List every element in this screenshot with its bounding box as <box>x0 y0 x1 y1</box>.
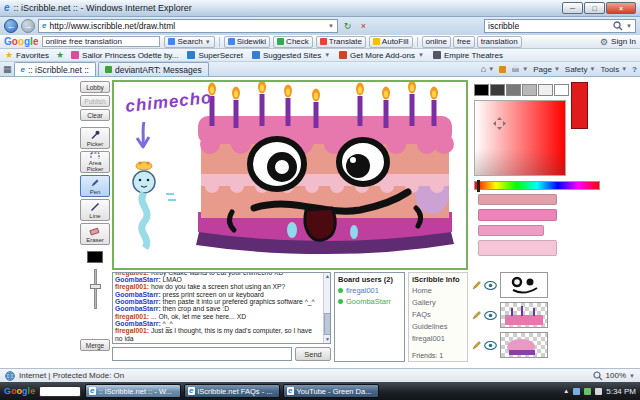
chevron-down-icon[interactable]: ▼ <box>626 23 632 29</box>
google-search-input[interactable]: online free translation <box>42 36 160 47</box>
google-deskbar-input[interactable] <box>39 386 81 397</box>
favorites-button[interactable]: ★ Favorites <box>5 51 49 60</box>
pen-tool[interactable]: Pen <box>80 175 110 197</box>
quick-tabs-icon[interactable]: ▦ <box>3 64 12 76</box>
tab-iscribble[interactable]: e :: iScribble.net :: <box>14 62 96 76</box>
search-icon[interactable] <box>613 21 623 31</box>
back-button[interactable]: ← <box>4 19 18 33</box>
help-icon[interactable]: ? <box>632 65 637 74</box>
chat-scrollbar[interactable]: ▲ ▼ <box>323 273 330 343</box>
add-favorite-icon[interactable]: ★ <box>56 51 64 60</box>
palette-swatch[interactable] <box>490 84 505 96</box>
network-icon[interactable] <box>573 388 580 395</box>
tab-deviantart[interactable]: deviantART: Messages <box>98 62 209 76</box>
current-tool-color-swatch[interactable] <box>87 251 103 263</box>
google-search-button[interactable]: Search ▼ <box>164 36 214 48</box>
close-button[interactable]: × <box>606 2 636 14</box>
color-slider-bar[interactable] <box>478 240 557 256</box>
minimize-button[interactable]: ─ <box>562 2 583 14</box>
area-picker-tool[interactable]: Area Picker <box>80 151 110 173</box>
picker-tool[interactable]: Picker <box>80 127 110 149</box>
taskbar-clock[interactable]: 5:34 PM <box>606 387 636 396</box>
gbar-button-autofill[interactable]: AutoFill <box>369 36 413 48</box>
palette-swatch[interactable] <box>522 84 537 96</box>
info-link-guidelines[interactable]: Guidelines <box>412 322 464 331</box>
taskbar-window-button[interactable]: eYouTube - Green Da... <box>283 384 379 398</box>
scroll-up-icon[interactable]: ▲ <box>324 273 331 280</box>
layer-thumbnail[interactable] <box>500 272 548 298</box>
print-button[interactable]: ▼ <box>511 65 528 73</box>
chevron-down-icon[interactable]: ▼ <box>629 373 635 379</box>
chat-input[interactable] <box>112 347 292 361</box>
info-link-firegal001[interactable]: firegal001 <box>412 334 464 343</box>
board-user[interactable]: firegal001 <box>338 286 401 295</box>
security-icon[interactable] <box>584 388 591 395</box>
saturation-value-picker[interactable] <box>474 100 566 176</box>
home-button[interactable]: ⌂▼ <box>481 64 494 74</box>
taskbar-window-button[interactable]: eiScribble.net FAQs - ... <box>184 384 280 398</box>
board-user[interactable]: GoombaStarr <box>338 297 401 306</box>
info-link-faqs[interactable]: FAQs <box>412 310 464 319</box>
menu-safety[interactable]: Safety▼ <box>565 65 596 74</box>
favorite-item[interactable]: Empire Theatres <box>433 51 503 60</box>
menu-tools[interactable]: Tools▼ <box>600 65 627 74</box>
taskbar-window-button[interactable]: e:: iScribble.net :: - W... <box>85 384 181 398</box>
zoom-level[interactable]: 100% <box>606 371 626 380</box>
stop-button[interactable]: × <box>357 20 370 33</box>
pencil-icon[interactable] <box>472 311 481 320</box>
drawing-canvas[interactable]: chimecho <box>112 80 468 270</box>
highlight-word-button[interactable]: free <box>453 36 475 48</box>
highlight-word-button[interactable]: translation <box>477 36 522 48</box>
highlight-word-button[interactable]: online <box>422 36 451 48</box>
info-link-home[interactable]: Home <box>412 286 464 295</box>
gbar-button-translate[interactable]: Translate <box>316 36 366 48</box>
forward-button[interactable]: → <box>21 19 35 33</box>
favorite-item[interactable]: Get More Add-ons▼ <box>339 51 424 60</box>
slider-handle[interactable] <box>90 284 101 289</box>
clear-button[interactable]: Clear <box>80 109 110 121</box>
gbar-button-check[interactable]: Check <box>273 36 313 48</box>
menu-page[interactable]: Page▼ <box>533 65 560 74</box>
palette-swatch[interactable] <box>554 84 569 96</box>
eye-icon[interactable] <box>484 281 497 290</box>
refresh-button[interactable]: ↻ <box>341 20 354 33</box>
lobby-button[interactable]: Lobby <box>80 81 110 93</box>
brush-size-slider[interactable] <box>94 269 97 309</box>
color-slider-bar[interactable] <box>478 209 557 221</box>
hue-marker[interactable] <box>477 180 480 192</box>
gbar-button-sidewiki[interactable]: Sidewiki <box>224 36 270 48</box>
gear-icon[interactable]: ⚙ <box>600 37 608 47</box>
tray-expand-icon[interactable]: ▲ <box>563 388 569 394</box>
live-search-box[interactable]: iscribble ▼ <box>484 19 636 33</box>
maximize-button[interactable]: □ <box>584 2 605 14</box>
send-button[interactable]: Send <box>295 347 331 361</box>
volume-icon[interactable] <box>595 388 602 395</box>
color-slider-bar[interactable] <box>478 194 557 205</box>
merge-button[interactable]: Merge <box>80 339 110 351</box>
pencil-icon[interactable] <box>472 281 481 290</box>
favorite-item[interactable]: Sailor Princess Odette by... <box>71 51 178 60</box>
eye-icon[interactable] <box>484 341 497 350</box>
eye-icon[interactable] <box>484 311 497 320</box>
chevron-down-icon[interactable]: ▼ <box>328 23 334 29</box>
pencil-icon[interactable] <box>472 341 481 350</box>
eraser-tool[interactable]: Eraser <box>80 223 110 245</box>
scrollbar-thumb[interactable] <box>324 313 331 335</box>
zoom-icon[interactable] <box>593 371 603 381</box>
hue-slider[interactable] <box>474 181 600 190</box>
palette-swatch[interactable] <box>506 84 521 96</box>
layer-thumbnail[interactable] <box>500 302 548 328</box>
palette-swatch[interactable] <box>474 84 489 96</box>
favorite-item[interactable]: SuperSecret <box>187 51 242 60</box>
favorite-item[interactable]: Suggested Sites▼ <box>252 51 330 60</box>
signin-button[interactable]: Sign In <box>611 37 636 46</box>
color-slider-bar[interactable] <box>478 225 544 236</box>
publish-button[interactable]: Publish <box>80 95 110 107</box>
layer-thumbnail[interactable] <box>500 332 548 358</box>
address-bar[interactable]: e http://www.iscribble.net/draw.html ▼ <box>38 19 338 33</box>
feeds-button[interactable] <box>499 66 506 73</box>
info-link-gallery[interactable]: Gallery <box>412 298 464 307</box>
line-tool[interactable]: Line <box>80 199 110 221</box>
scroll-down-icon[interactable]: ▼ <box>324 336 331 343</box>
palette-swatch[interactable] <box>538 84 553 96</box>
